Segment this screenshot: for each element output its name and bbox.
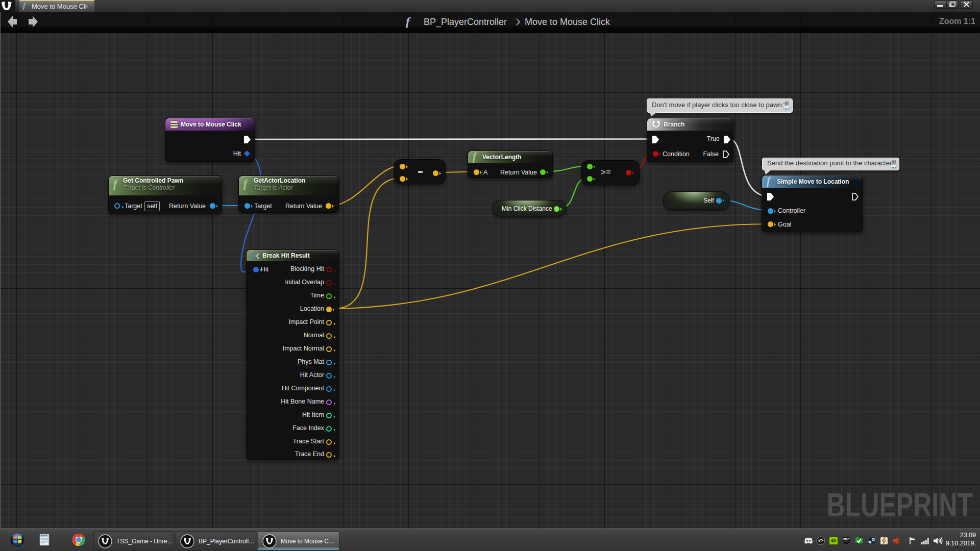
svg-text:EPIC: EPIC bbox=[843, 538, 849, 541]
